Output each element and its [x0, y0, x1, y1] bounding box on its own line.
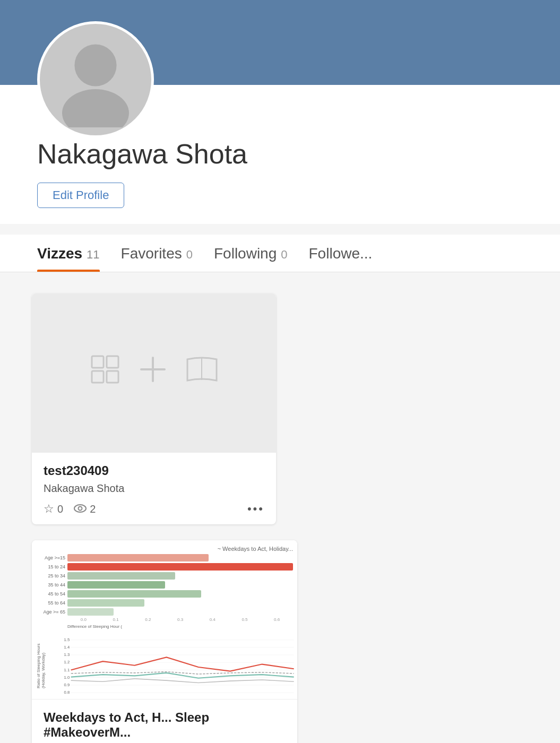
- svg-point-1: [62, 89, 129, 127]
- bar-row-2: 25 to 34: [36, 572, 293, 580]
- tab-following[interactable]: Following 0: [214, 235, 309, 272]
- bar-label-3: 35 to 44: [36, 582, 65, 588]
- tab-following-count: 0: [281, 248, 287, 262]
- tab-followers-label: Followe...: [309, 245, 373, 262]
- svg-text:1.1: 1.1: [64, 668, 70, 672]
- viz-view-count-1: 2: [90, 503, 96, 515]
- tab-favorites-label: Favorites: [121, 245, 182, 262]
- x-label-0: 0.0: [67, 617, 100, 622]
- viz-title-2: Weekdays to Act, H... Sleep #MakeoverM..…: [44, 710, 286, 740]
- x-label-1: 0.1: [100, 617, 132, 622]
- line-chart-svg: 1.5 1.4 1.3 1.2 1.1 1.0 0.9 0.8: [49, 635, 297, 699]
- viz-card-1[interactable]: test230409 Nakagawa Shota ☆ 0: [32, 293, 276, 524]
- bar-row-3: 35 to 44: [36, 581, 293, 589]
- bar-row-6: Age >= 65: [36, 608, 293, 616]
- bar-label-0: Age >=15: [36, 555, 65, 560]
- svg-text:1.4: 1.4: [64, 645, 70, 650]
- bar-fill-0: [67, 554, 209, 561]
- vizzes-grid: test230409 Nakagawa Shota ☆ 0: [0, 272, 560, 743]
- viz-more-menu-1[interactable]: •••: [247, 502, 264, 516]
- svg-point-0: [74, 44, 116, 86]
- x-label-5: 0.5: [229, 617, 261, 622]
- x-label-6: 0.6: [261, 617, 293, 622]
- bar-fill-3: [67, 581, 165, 589]
- x-axis-desc: Difference of Sleeping Hour (: [67, 624, 293, 629]
- bar-fill-6: [67, 608, 114, 616]
- bar-label-4: 45 to 54: [36, 591, 65, 597]
- bar-row-5: 55 to 64: [36, 599, 293, 607]
- tab-favorites-count: 0: [186, 248, 193, 262]
- tab-followers[interactable]: Followe...: [309, 235, 398, 272]
- bar-fill-5: [67, 599, 144, 607]
- viz-title-1: test230409: [44, 463, 264, 478]
- bar-row-1: 15 to 24: [36, 563, 293, 571]
- svg-rect-3: [107, 356, 118, 368]
- bar-chart: Age >=15 15 to 24 25 to 34 35 to 44 45 t…: [36, 554, 293, 629]
- bar-row-4: 45 to 54: [36, 590, 293, 598]
- tabs-container: Vizzes 11 Favorites 0 Following 0 Follow…: [0, 235, 560, 272]
- x-label-3: 0.3: [164, 617, 196, 622]
- svg-rect-2: [92, 356, 104, 368]
- viz-stats-1: ☆ 0 2 •••: [44, 502, 264, 516]
- plus-icon: [137, 353, 169, 393]
- y-axis-label: Ratio of Sleeping Hours (Holiday, Workda…: [36, 641, 46, 688]
- viz-card-body-1: test230409 Nakagawa Shota ☆ 0: [32, 453, 276, 524]
- viz-card-body-2: Weekdays to Act, H... Sleep #MakeoverM..…: [32, 699, 297, 743]
- tab-following-label: Following: [214, 245, 277, 262]
- svg-text:1.2: 1.2: [64, 660, 70, 664]
- svg-text:1.5: 1.5: [64, 637, 70, 642]
- bar-fill-2: [67, 572, 175, 580]
- line-chart-area: Ratio of Sleeping Hours (Holiday, Workda…: [36, 635, 293, 699]
- bar-fill-1: [67, 563, 293, 571]
- bar-label-5: 55 to 64: [36, 600, 65, 606]
- tab-vizzes[interactable]: Vizzes 11: [37, 235, 121, 272]
- profile-banner: [0, 0, 560, 85]
- tab-vizzes-label: Vizzes: [37, 245, 82, 262]
- tab-vizzes-count: 11: [87, 248, 99, 262]
- svg-point-9: [74, 505, 86, 512]
- bar-x-axis: 0.0 0.1 0.2 0.3 0.4 0.5 0.6: [67, 617, 293, 622]
- svg-text:0.9: 0.9: [64, 682, 70, 687]
- viz-author-1: Nakagawa Shota: [44, 482, 264, 495]
- avatar: [37, 21, 154, 138]
- chart-title: ~ Weekdays to Act, Holiday...: [36, 546, 293, 552]
- svg-rect-5: [107, 371, 118, 383]
- bar-label-2: 25 to 34: [36, 573, 65, 578]
- edit-profile-button[interactable]: Edit Profile: [37, 183, 124, 208]
- bar-row-0: Age >=15: [36, 554, 293, 561]
- viz-star-count-1: 0: [57, 503, 63, 515]
- bar-fill-4: [67, 590, 201, 598]
- star-icon: ☆: [44, 502, 54, 516]
- viz-stars-1: ☆ 0: [44, 502, 63, 516]
- viz-thumbnail-2: ~ Weekdays to Act, Holiday... Age >=15 1…: [32, 540, 297, 699]
- grid-icon: [89, 353, 121, 393]
- eye-icon: [74, 502, 87, 516]
- x-label-2: 0.2: [132, 617, 164, 622]
- viz-card-2[interactable]: ~ Weekdays to Act, Holiday... Age >=15 1…: [32, 540, 297, 743]
- viz-views-1: 2: [74, 502, 96, 516]
- book-icon: [185, 355, 219, 392]
- x-label-4: 0.4: [196, 617, 229, 622]
- svg-text:1.3: 1.3: [64, 652, 70, 657]
- svg-point-10: [79, 507, 82, 511]
- svg-text:0.8: 0.8: [64, 690, 70, 695]
- svg-rect-4: [92, 371, 104, 383]
- viz-thumbnail-1: [32, 293, 276, 453]
- profile-name: Nakagawa Shota: [37, 138, 560, 170]
- bar-label-1: 15 to 24: [36, 564, 65, 569]
- svg-text:1.0: 1.0: [64, 675, 70, 680]
- bar-label-6: Age >= 65: [36, 609, 65, 615]
- tab-favorites[interactable]: Favorites 0: [121, 235, 214, 272]
